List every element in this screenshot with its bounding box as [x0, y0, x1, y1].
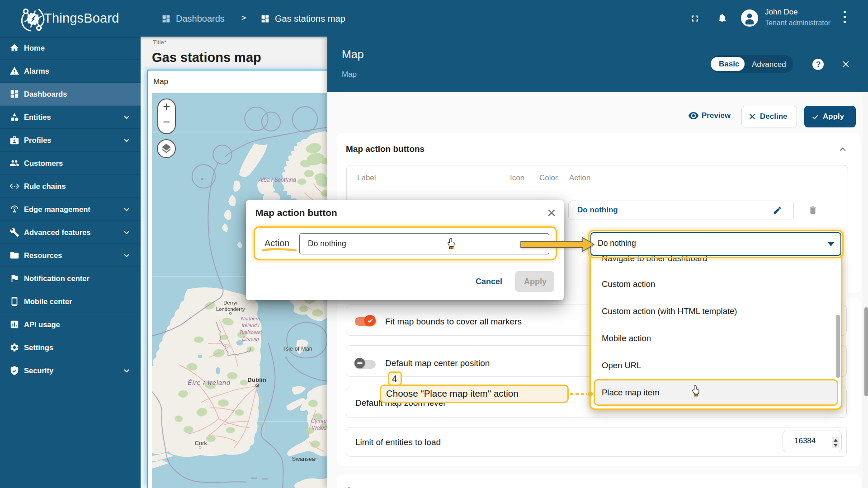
svg-text:Éireann: Éireann: [242, 336, 259, 342]
svg-text:Ireland /: Ireland /: [242, 323, 260, 328]
svg-text:Alba / Scotland: Alba / Scotland: [258, 177, 297, 183]
svg-text:Cork: Cork: [195, 440, 208, 446]
svg-text:Isle of Man: Isle of Man: [284, 345, 312, 352]
svg-text:Derry/: Derry/: [223, 300, 238, 305]
svg-text:Éire / Ireland: Éire / Ireland: [188, 379, 231, 386]
svg-text:Cymru: Cymru: [311, 418, 327, 424]
svg-text:Northern: Northern: [241, 316, 260, 321]
svg-text:Swansea: Swansea: [292, 456, 315, 462]
svg-text:Londonderry: Londonderry: [216, 306, 245, 311]
svg-text:Wales: Wales: [312, 425, 327, 431]
svg-text:Tuaisceart: Tuaisceart: [239, 329, 262, 335]
svg-text:Dublin: Dublin: [247, 376, 266, 383]
